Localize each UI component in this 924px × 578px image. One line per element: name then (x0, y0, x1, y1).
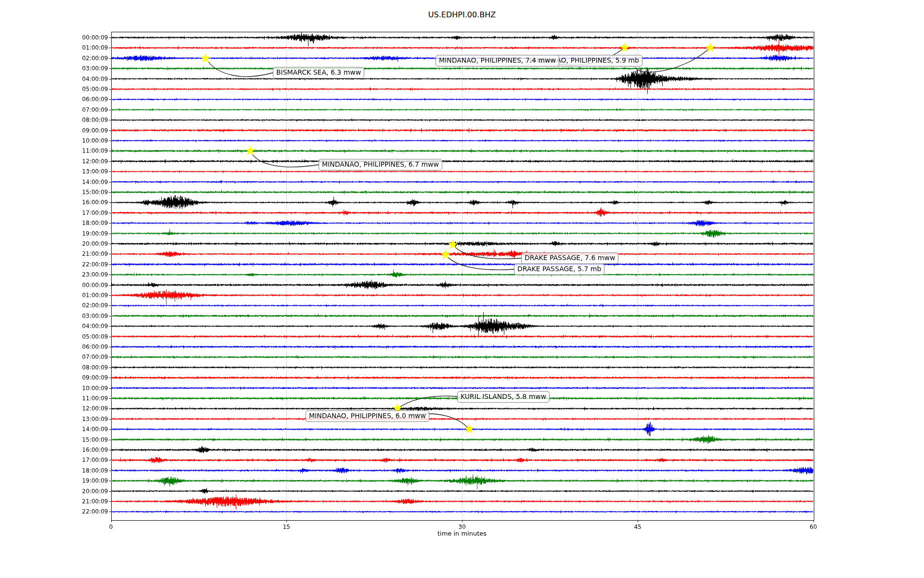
x-tick-label: 15 (283, 524, 290, 530)
row-label: 14:00:09 (67, 426, 108, 433)
row-label: 17:00:09 (67, 210, 108, 216)
row-label: 05:00:09 (67, 86, 108, 92)
row-label: 17:00:09 (67, 457, 108, 463)
helicorder-figure: US.EDHPI.00.BHZ 00:00:0901:00:0902:00:09… (0, 0, 924, 578)
row-label: 10:00:09 (67, 385, 108, 392)
row-label: 20:00:09 (67, 240, 108, 247)
row-label: 10:00:09 (67, 137, 108, 144)
row-label: 03:00:09 (67, 313, 108, 319)
event-annotation: BISMARCK SEA, 6.3 mww (273, 67, 364, 79)
row-label: 16:00:09 (67, 447, 108, 453)
x-tick-label: 0 (109, 524, 113, 530)
row-label: 15:00:09 (67, 436, 108, 443)
row-label: 11:00:09 (67, 147, 108, 154)
event-annotation: KURIL ISLANDS, 5.8 mww (457, 391, 550, 403)
row-label: 21:00:09 (67, 498, 108, 505)
x-axis-title: time in minutes (399, 530, 525, 537)
row-label: 12:00:09 (67, 158, 108, 165)
row-label: 02:00:09 (67, 55, 108, 62)
row-label: 14:00:09 (67, 179, 108, 185)
row-label: 00:00:09 (67, 282, 108, 289)
event-annotation: MINDANAO, PHILIPPINES, 6.7 mww (319, 159, 442, 171)
row-label: 04:00:09 (67, 323, 108, 329)
x-tick-label: 60 (809, 524, 817, 530)
row-label: 19:00:09 (67, 230, 108, 237)
row-label: 18:00:09 (67, 220, 108, 226)
row-label: 22:00:09 (67, 508, 108, 515)
x-tick-label: 45 (634, 524, 641, 530)
row-label: 23:00:09 (67, 271, 108, 278)
row-label: 15:00:09 (67, 189, 108, 196)
x-tick-label: 30 (459, 524, 466, 530)
row-label: 13:00:09 (67, 168, 108, 175)
event-annotation: DRAKE PASSAGE, 5.7 mb (514, 263, 604, 275)
row-label: 04:00:09 (67, 76, 108, 82)
row-label: 18:00:09 (67, 467, 108, 474)
event-annotation: MINDANAO, PHILIPPINES, 6.0 mww (306, 410, 429, 422)
row-label: 22:00:09 (67, 261, 108, 268)
row-label: 09:00:09 (67, 127, 108, 134)
row-label: 03:00:09 (67, 65, 108, 72)
row-label: 02:00:09 (67, 302, 108, 309)
row-label: 08:00:09 (67, 364, 108, 371)
row-label: 06:00:09 (67, 343, 108, 350)
row-label: 09:00:09 (67, 374, 108, 381)
row-label: 19:00:09 (67, 477, 108, 484)
seismogram-traces-canvas (0, 0, 924, 578)
row-label: 13:00:09 (67, 416, 108, 422)
row-label: 00:00:09 (67, 34, 108, 41)
row-label: 07:00:09 (67, 106, 108, 113)
row-label: 08:00:09 (67, 117, 108, 123)
row-label: 01:00:09 (67, 44, 108, 51)
row-label: 21:00:09 (67, 250, 108, 257)
event-annotation: DRAKE PASSAGE, 7.6 mww (521, 252, 618, 264)
row-label: 01:00:09 (67, 292, 108, 299)
row-label: 20:00:09 (67, 488, 108, 495)
row-label: 12:00:09 (67, 405, 108, 412)
row-label: 07:00:09 (67, 354, 108, 360)
row-label: 05:00:09 (67, 333, 108, 340)
event-annotation: MINDANAO, PHILIPPINES, 7.4 mww (436, 55, 559, 66)
row-label: 16:00:09 (67, 199, 108, 206)
row-label: 11:00:09 (67, 395, 108, 402)
row-label: 06:00:09 (67, 96, 108, 103)
